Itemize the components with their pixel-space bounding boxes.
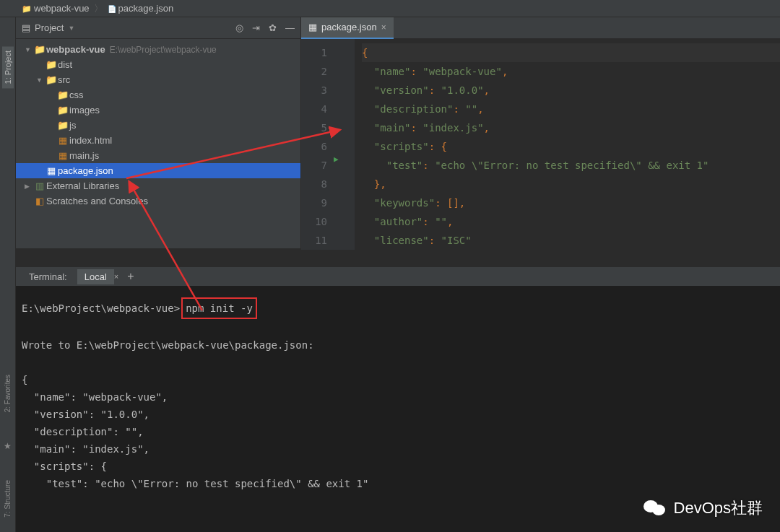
sidebar-tab-structure[interactable]: 7: Structure <box>4 480 12 518</box>
tree-root-path: E:\webProject\webpack-vue <box>110 45 217 55</box>
tree-folder-images[interactable]: 📁images <box>16 103 300 118</box>
terminal-tab-label: Terminal: <box>22 269 74 284</box>
gear-icon[interactable]: ✿ <box>269 22 277 33</box>
editor-body[interactable]: 1234567891011 ▶ { "name": "webpack-vue",… <box>301 39 780 250</box>
project-panel-title[interactable]: Project <box>35 22 64 33</box>
tree-external-libraries[interactable]: ▥External Libraries <box>16 178 300 193</box>
terminal-panel: Terminal: Local × + E:\webProject\webpac… <box>16 267 780 532</box>
code-area[interactable]: { "name": "webpack-vue", "version": "1.0… <box>355 39 780 250</box>
tree-file-index-html[interactable]: ▦index.html <box>16 133 300 148</box>
breadcrumb: webpack-vue 〉 package.json <box>0 0 780 17</box>
tree-folder-js[interactable]: 📁js <box>16 118 300 133</box>
tree-scratches-consoles[interactable]: ◧Scratches and Consoles <box>16 193 300 209</box>
sidebar-tab-favorites[interactable]: 2: Favorites <box>4 375 12 412</box>
editor-panel: ▦ package.json × 1234567891011 ▶ { "name… <box>301 17 780 248</box>
project-panel-header: ▤ Project ▼ ◎ ⇥ ✿ — <box>16 17 300 39</box>
terminal-tabs: Terminal: Local × + <box>16 267 780 286</box>
json-file-icon: ▦ <box>308 22 317 32</box>
watermark: DevOps社群 <box>644 497 763 519</box>
run-icon[interactable]: ▶ <box>334 154 339 164</box>
editor-tabs: ▦ package.json × <box>301 17 780 39</box>
close-icon[interactable]: × <box>381 22 386 32</box>
sidebar-tab-project[interactable]: 1: Project <box>2 46 14 88</box>
terminal-tab-close[interactable]: × <box>114 272 118 281</box>
project-tree[interactable]: 📁 webpack-vue E:\webProject\webpack-vue … <box>16 39 300 248</box>
tree-file-main-js[interactable]: ▦main.js <box>16 148 300 163</box>
target-icon[interactable]: ◎ <box>235 22 243 33</box>
wechat-icon <box>644 499 667 518</box>
tree-file-package-json[interactable]: ▦package.json <box>16 163 300 178</box>
tree-folder-css[interactable]: 📁css <box>16 87 300 103</box>
editor-tab-label: package.json <box>321 22 377 32</box>
breadcrumb-project[interactable]: webpack-vue <box>22 3 90 14</box>
project-panel: ▤ Project ▼ ◎ ⇥ ✿ — 📁 webpack-vue E:\web… <box>16 17 301 248</box>
star-icon: ★ <box>4 441 12 451</box>
project-view-icon: ▤ <box>22 22 30 33</box>
tree-folder-src[interactable]: 📁src <box>16 72 300 87</box>
line-number-gutter: 1234567891011 <box>301 39 332 250</box>
breadcrumb-file[interactable]: package.json <box>108 3 174 14</box>
tool-window-bar-left-bottom: 2: Favorites ★ 7: Structure <box>0 248 16 532</box>
tree-root-name: webpack-vue <box>46 44 105 55</box>
tree-folder-dist[interactable]: 📁dist <box>16 57 300 72</box>
breadcrumb-separator: 〉 <box>94 2 103 15</box>
hide-icon[interactable]: — <box>285 22 295 33</box>
fold-strip <box>344 39 355 250</box>
run-gutter: ▶ <box>332 39 344 250</box>
tree-root[interactable]: 📁 webpack-vue E:\webProject\webpack-vue <box>16 42 300 57</box>
tool-window-bar-left: 1: Project <box>0 17 16 248</box>
editor-tab-package-json[interactable]: ▦ package.json × <box>301 17 394 39</box>
terminal-tab-local[interactable]: Local <box>77 269 114 284</box>
terminal-body[interactable]: E:\webProject\webpack-vue>npm init -y Wr… <box>16 286 780 532</box>
terminal-add-tab[interactable]: + <box>121 270 139 283</box>
chevron-down-icon[interactable]: ▼ <box>68 25 74 32</box>
watermark-text: DevOps社群 <box>674 497 763 519</box>
collapse-icon[interactable]: ⇥ <box>252 22 260 33</box>
